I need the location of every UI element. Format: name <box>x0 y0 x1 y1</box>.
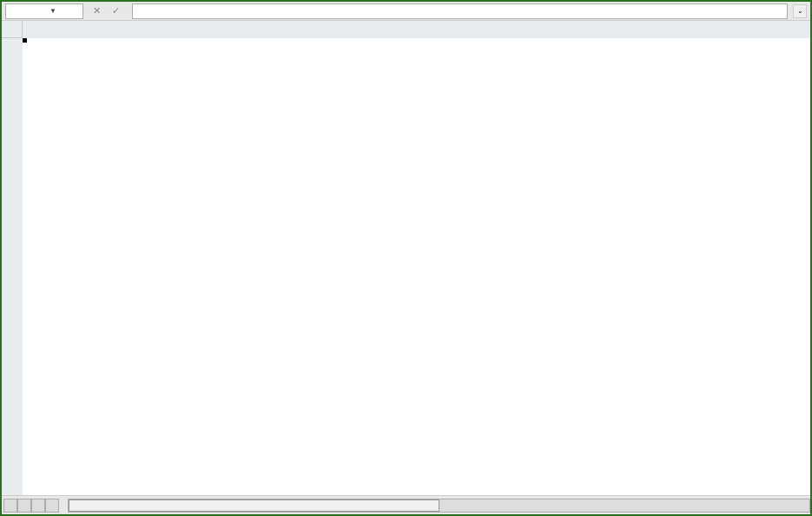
column-headers <box>23 21 810 38</box>
select-all-corner[interactable] <box>2 21 23 38</box>
accept-formula-icon: ✓ <box>108 4 123 18</box>
main-grid <box>23 21 810 497</box>
tab-nav-next-icon[interactable] <box>31 499 45 513</box>
tab-nav <box>2 499 61 513</box>
name-box-dropdown-icon[interactable]: ▼ <box>50 4 56 18</box>
scrollbar-thumb[interactable] <box>69 499 439 512</box>
formula-bar-input[interactable] <box>132 3 788 19</box>
formula-bar-row: ▼ ✕ ✓ ⌄ <box>2 2 810 21</box>
cancel-formula-icon: ✕ <box>89 4 104 18</box>
tab-nav-prev-icon[interactable] <box>17 499 31 513</box>
selection-indicator <box>23 38 26 42</box>
tab-nav-first-icon[interactable] <box>3 499 17 513</box>
sheet-tab-bar <box>2 495 810 514</box>
tab-nav-last-icon[interactable] <box>45 499 59 513</box>
row-headers <box>2 21 23 497</box>
horizontal-scrollbar[interactable] <box>68 499 810 513</box>
fx-group: ✕ ✓ <box>89 4 127 18</box>
expand-formula-bar-icon[interactable]: ⌄ <box>793 4 807 18</box>
name-box[interactable]: ▼ <box>5 3 83 19</box>
spreadsheet-grid <box>2 21 810 497</box>
